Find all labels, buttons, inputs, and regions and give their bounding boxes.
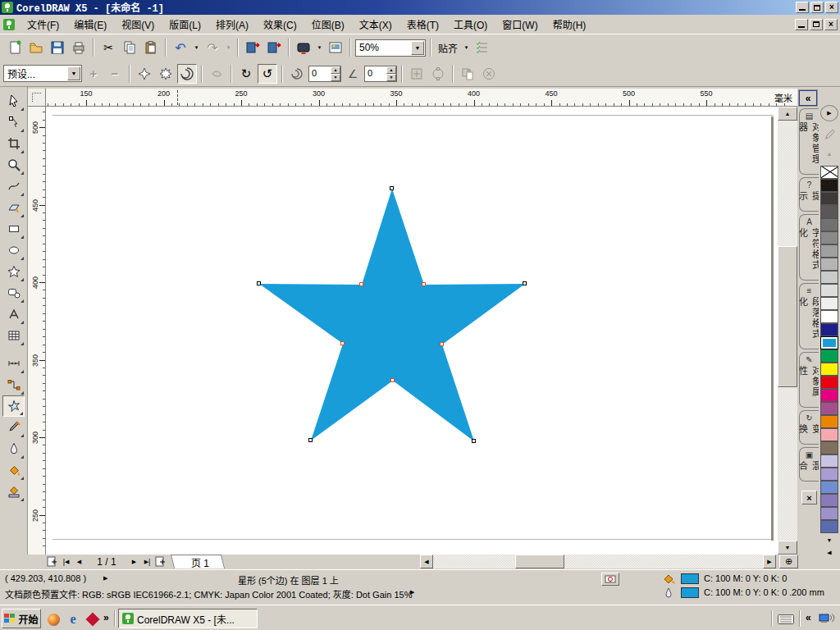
vertical-scroll-thumb[interactable] <box>778 246 797 387</box>
snap-dropdown-icon[interactable]: ▼ <box>462 39 471 57</box>
redo-dropdown-icon[interactable]: ▼ <box>224 39 233 57</box>
color-swatch-E4007F[interactable] <box>820 389 838 402</box>
menu-item-8[interactable]: 表格(T) <box>399 15 446 34</box>
application-launcher-dropdown-icon[interactable]: ▼ <box>315 39 324 57</box>
color-swatch-EB8500[interactable] <box>820 415 838 428</box>
delete-preset-button[interactable]: − <box>105 64 125 84</box>
docker-tab-6[interactable]: ▣混合 <box>799 447 819 482</box>
profile-flyout-icon[interactable]: ▶ <box>410 589 414 596</box>
connector-tool-button[interactable] <box>2 374 25 395</box>
spin-down-icon[interactable]: ▼ <box>386 74 396 81</box>
drawing-canvas[interactable] <box>46 107 778 555</box>
quick-launch-ie-icon[interactable]: e <box>66 612 80 627</box>
horizontal-ruler[interactable]: 150200250300350400450500550 毫米 <box>46 89 797 107</box>
save-button[interactable] <box>48 38 67 57</box>
twister-distortion-button[interactable] <box>177 64 197 84</box>
fill-tool-button[interactable] <box>2 459 25 481</box>
quick-launch-overflow-icon[interactable]: » <box>103 612 109 623</box>
horizontal-scrollbar[interactable]: ◀ ▶ <box>420 555 776 568</box>
convert-to-curves-button[interactable] <box>428 64 448 84</box>
close-button[interactable]: × <box>825 2 838 13</box>
color-swatch-FFF100[interactable] <box>820 363 838 376</box>
minimize-button[interactable] <box>796 2 809 13</box>
task-button-coreldraw[interactable]: CorelDRAW X5 - [未... <box>118 609 258 628</box>
paste-button[interactable] <box>141 38 161 57</box>
mdi-restore-button[interactable] <box>810 19 823 30</box>
additional-degrees-field[interactable]: 0 ▲▼ <box>364 66 397 82</box>
menu-item-10[interactable]: 窗口(W) <box>495 15 545 34</box>
palette-scroll-up-button[interactable]: ▲ <box>820 148 838 159</box>
menu-item-2[interactable]: 视图(V) <box>114 15 162 34</box>
color-swatch-FFFFFF[interactable] <box>820 310 838 323</box>
text-tool-button[interactable] <box>2 304 25 325</box>
add-preset-button[interactable]: + <box>84 64 103 84</box>
color-swatch-1E1815[interactable] <box>820 179 838 192</box>
open-button[interactable] <box>26 38 46 57</box>
color-swatch-F5AAB0[interactable] <box>820 428 838 441</box>
palette-menu-button[interactable]: ▶ <box>820 105 838 121</box>
menu-item-3[interactable]: 版面(L) <box>162 15 208 34</box>
menu-item-7[interactable]: 文本(X) <box>352 15 399 34</box>
color-swatch-82705F[interactable] <box>820 441 838 454</box>
docker-tab-2[interactable]: A字符格式化 <box>799 214 819 281</box>
undo-button[interactable]: ↶ <box>171 38 190 57</box>
cut-button[interactable]: ✂ <box>98 38 118 57</box>
color-swatch-1D2088[interactable] <box>820 323 838 336</box>
interactive-fill-tool-button[interactable] <box>2 481 25 502</box>
preset-combo[interactable]: 预设... ▼ <box>3 65 82 82</box>
spin-up-icon[interactable]: ▲ <box>331 66 340 74</box>
zoom-dropdown-icon[interactable]: ▼ <box>411 41 424 55</box>
add-page-end-button[interactable] <box>154 555 167 568</box>
color-swatch-9FA0A0[interactable] <box>820 244 838 258</box>
pan-zoom-button[interactable]: ⊕ <box>779 555 798 568</box>
color-proof-button[interactable] <box>601 573 619 586</box>
scroll-down-button[interactable]: ▼ <box>778 541 797 555</box>
menu-item-5[interactable]: 效果(C) <box>256 15 304 34</box>
docker-tab-1[interactable]: ?提示 <box>799 177 819 212</box>
table-tool-button[interactable] <box>2 325 25 346</box>
welcome-screen-button[interactable] <box>326 38 345 57</box>
color-swatch-C8C2E4[interactable] <box>820 454 838 468</box>
first-page-button[interactable]: |◀ <box>60 555 72 568</box>
start-button[interactable]: 开始 <box>2 609 41 628</box>
shape-tool-button[interactable] <box>2 112 25 133</box>
scroll-left-button[interactable]: ◀ <box>420 555 433 568</box>
next-page-button[interactable]: ▶ <box>128 555 140 568</box>
snap-to-label[interactable]: 贴齐 <box>436 41 460 55</box>
horizontal-scroll-thumb[interactable] <box>515 555 564 568</box>
palette-scroll-down-button[interactable]: ▼ <box>820 535 838 546</box>
menu-item-11[interactable]: 帮助(H) <box>546 15 594 34</box>
color-swatch-E60012[interactable] <box>820 376 838 389</box>
copy-distortion-properties-button[interactable] <box>458 64 477 84</box>
color-swatch-6F8FD2[interactable] <box>820 481 838 494</box>
mdi-minimize-button[interactable] <box>795 19 808 30</box>
color-swatch-3E3A39[interactable] <box>820 192 838 205</box>
network-tray-icon[interactable] <box>819 613 835 628</box>
star-shape[interactable] <box>259 189 525 441</box>
import-button[interactable] <box>243 38 262 57</box>
center-distortion-button[interactable] <box>407 64 427 84</box>
complete-rotations-field[interactable]: 0 ▲▼ <box>308 66 341 82</box>
color-swatch-DCDDDD[interactable] <box>820 284 838 297</box>
add-new-distortion-button[interactable] <box>207 64 226 84</box>
counterclockwise-rotation-button[interactable]: ↺ <box>258 64 277 84</box>
smart-fill-tool-button[interactable] <box>2 197 25 218</box>
ellipse-tool-button[interactable] <box>2 240 25 261</box>
menu-item-9[interactable]: 工具(O) <box>446 15 495 34</box>
color-swatch-898989[interactable] <box>820 231 838 244</box>
new-document-button[interactable] <box>5 38 25 57</box>
color-swatch-189DD9[interactable] <box>820 336 838 349</box>
push-pull-distortion-button[interactable] <box>135 64 154 84</box>
color-swatch-5A6BAE[interactable] <box>820 520 838 533</box>
menu-item-0[interactable]: 文件(F) <box>20 15 66 34</box>
color-swatch-9D92CA[interactable] <box>820 507 838 520</box>
eyedropper-tool-button[interactable] <box>2 417 25 438</box>
pick-tool-button[interactable] <box>2 90 25 112</box>
mdi-close-button[interactable]: × <box>824 19 838 30</box>
color-swatch-727171[interactable] <box>820 218 838 231</box>
color-swatch-A99CD2[interactable] <box>820 468 838 481</box>
previous-page-button[interactable]: ◀ <box>73 555 85 568</box>
dimension-tool-button[interactable] <box>2 353 25 374</box>
vertical-scrollbar[interactable]: ▲ ▼ <box>778 107 797 555</box>
docker-tab-5[interactable]: ↻变换 <box>799 410 819 445</box>
